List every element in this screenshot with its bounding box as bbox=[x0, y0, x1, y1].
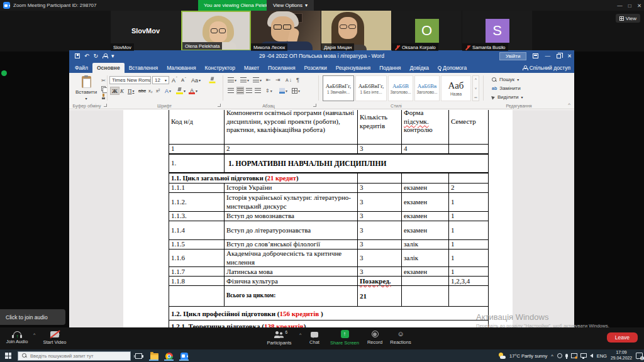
table-cell[interactable]: 1.1.4 bbox=[169, 221, 225, 240]
video-tile-slovmov[interactable]: SlovMov SlovMov bbox=[111, 11, 180, 51]
borders-button[interactable]: ▾ bbox=[292, 87, 300, 94]
document-page[interactable]: Код н/д Компоненти освітньої програми (н… bbox=[123, 110, 513, 327]
author-icon[interactable] bbox=[103, 53, 107, 58]
start-video-button[interactable]: Start Video bbox=[38, 330, 72, 345]
paragraph-dialog-launcher[interactable] bbox=[313, 104, 316, 107]
grow-font-button[interactable]: Аˆ bbox=[172, 76, 177, 84]
tab-assistance[interactable]: Допомога bbox=[433, 63, 471, 73]
table-cell[interactable]: 1.1.8 bbox=[169, 277, 225, 286]
sort-button[interactable]: А↓ bbox=[286, 76, 292, 84]
tray-network-icon[interactable] bbox=[580, 353, 587, 358]
chat-button[interactable]: Chat bbox=[304, 330, 325, 345]
table-cell[interactable]: 1 bbox=[449, 221, 489, 240]
copy-icon[interactable] bbox=[101, 86, 106, 92]
table-cell[interactable]: 1.1.5 bbox=[169, 240, 225, 250]
bullets-button[interactable]: ▾ bbox=[228, 76, 236, 84]
shading-button[interactable]: ▾ bbox=[279, 87, 287, 94]
increase-indent-button[interactable]: ⇥ bbox=[275, 76, 280, 84]
table-cell[interactable]: Фізична культура bbox=[225, 277, 358, 286]
table-cell[interactable] bbox=[169, 286, 225, 307]
table-cell[interactable]: 1.1. Цикл загальної підготовки (21 креди… bbox=[169, 173, 358, 184]
participants-button[interactable]: 6 Participants bbox=[262, 330, 297, 346]
table-cell[interactable]: 1 bbox=[169, 145, 225, 154]
search-input[interactable] bbox=[30, 353, 125, 359]
share-button[interactable]: Спільний доступ bbox=[523, 65, 570, 71]
start-button[interactable] bbox=[0, 353, 16, 359]
strikethrough-button[interactable]: abc bbox=[138, 87, 146, 95]
table-cell[interactable] bbox=[402, 277, 449, 286]
format-painter-icon[interactable] bbox=[101, 94, 106, 100]
undo-icon[interactable]: ↶ bbox=[84, 53, 89, 59]
style-heading2[interactable]: АаБбВв Заголово... bbox=[414, 75, 440, 101]
video-tile-samanta[interactable]: S Samanta Busiło bbox=[462, 11, 532, 51]
table-cell[interactable]: Кількість кредитів bbox=[358, 110, 402, 145]
customize-qat-icon[interactable]: ▾ bbox=[111, 53, 114, 59]
table-cell[interactable] bbox=[402, 286, 449, 307]
table-cell[interactable]: 3 bbox=[358, 250, 402, 267]
table-cell[interactable]: 4 bbox=[402, 145, 449, 154]
clipboard-dialog-launcher[interactable] bbox=[104, 104, 107, 107]
table-cell[interactable]: Компоненти освітньої програми (навчальні… bbox=[225, 110, 358, 145]
join-audio-button[interactable]: ↑ Join Audio bbox=[1, 330, 33, 344]
table-cell[interactable]: екзамен bbox=[402, 184, 449, 193]
bold-button[interactable]: Ж bbox=[110, 87, 119, 95]
tab-file[interactable]: Файл bbox=[70, 63, 92, 73]
language-indicator[interactable]: ENG bbox=[597, 353, 607, 359]
task-view-button[interactable] bbox=[133, 351, 143, 361]
tab-home[interactable]: Основне bbox=[92, 63, 125, 73]
table-cell[interactable]: 21 bbox=[358, 286, 402, 307]
zoom-app-button[interactable] bbox=[179, 351, 189, 361]
tray-volume-icon[interactable] bbox=[590, 354, 593, 358]
table-cell[interactable]: Історія України bbox=[225, 184, 358, 193]
table-cell[interactable]: 1.1.2. bbox=[169, 193, 225, 212]
table-cell[interactable] bbox=[449, 173, 489, 184]
table-cell[interactable]: 1 bbox=[449, 212, 489, 221]
join-audio-tooltip[interactable]: Click to join audio bbox=[0, 309, 65, 325]
tray-sync-icon[interactable] bbox=[557, 353, 562, 358]
font-color-button[interactable]: А▾ bbox=[189, 87, 197, 95]
font-size-select[interactable]: 12▾ bbox=[152, 76, 169, 84]
multilevel-list-button[interactable]: ▾ bbox=[253, 76, 262, 84]
table-cell[interactable]: 2 bbox=[225, 145, 358, 154]
share-screen-button[interactable]: ↑ Share Screen bbox=[327, 330, 362, 346]
table-cell[interactable]: 3 bbox=[358, 145, 402, 154]
find-button[interactable]: Пошук ▾ bbox=[492, 77, 519, 82]
hidden-icons-chevron[interactable]: ^ bbox=[551, 353, 553, 359]
subscript-button[interactable]: x₂ bbox=[148, 87, 153, 95]
align-left-button[interactable] bbox=[228, 87, 234, 94]
tab-mailings[interactable]: Розсилки bbox=[300, 63, 331, 73]
table-cell[interactable]: 3 bbox=[358, 240, 402, 250]
cut-icon[interactable]: ✂ bbox=[101, 77, 106, 84]
tab-design[interactable]: Конструктор bbox=[201, 63, 240, 73]
table-cell[interactable]: Вступ до літературознавства bbox=[225, 221, 358, 240]
tab-layout[interactable]: Макет bbox=[240, 63, 264, 73]
table-cell[interactable]: 1.1.1 bbox=[169, 184, 225, 193]
select-button[interactable]: Виділити ▾ bbox=[492, 94, 523, 100]
maximize-icon[interactable]: □ bbox=[628, 3, 631, 9]
highlight-button[interactable]: ▾ bbox=[176, 87, 186, 95]
styles-gallery-scroll[interactable]: ˄˅═ bbox=[472, 75, 479, 101]
tab-references[interactable]: Посилання bbox=[264, 63, 300, 73]
tab-insert[interactable]: Вставлення bbox=[125, 63, 162, 73]
style-title[interactable]: Ааб Назва bbox=[441, 75, 471, 101]
table-cell[interactable]: 2 bbox=[449, 184, 489, 193]
ribbon-display-options-icon[interactable] bbox=[533, 53, 538, 58]
save-icon[interactable] bbox=[75, 53, 80, 58]
replace-button[interactable]: ab Замінити bbox=[492, 85, 521, 91]
sign-in-button[interactable]: Увійти bbox=[499, 52, 526, 60]
weather-icon[interactable] bbox=[499, 353, 506, 359]
table-cell[interactable]: 1.2. Цикл професійної підготовки (156 кр… bbox=[169, 307, 489, 321]
restore-icon[interactable] bbox=[557, 54, 561, 58]
notification-center-icon[interactable]: 1 bbox=[636, 353, 643, 359]
table-cell[interactable]: 1 bbox=[449, 240, 489, 250]
table-cell[interactable]: 3 bbox=[358, 212, 402, 221]
table-cell[interactable]: екзамен bbox=[402, 193, 449, 212]
table-cell[interactable]: Форма підсумк. контролю bbox=[402, 110, 449, 145]
tab-help[interactable]: Довідка bbox=[405, 63, 433, 73]
line-spacing-button[interactable]: ⇕▾ bbox=[265, 87, 272, 94]
close-icon[interactable]: ✕ bbox=[567, 53, 572, 59]
table-cell[interactable]: Вступ до слов’янської філології bbox=[225, 240, 358, 250]
superscript-button[interactable]: x² bbox=[156, 87, 160, 95]
clock[interactable]: 17:0929.04.2022 bbox=[611, 350, 632, 361]
table-cell[interactable]: залік bbox=[402, 250, 449, 267]
